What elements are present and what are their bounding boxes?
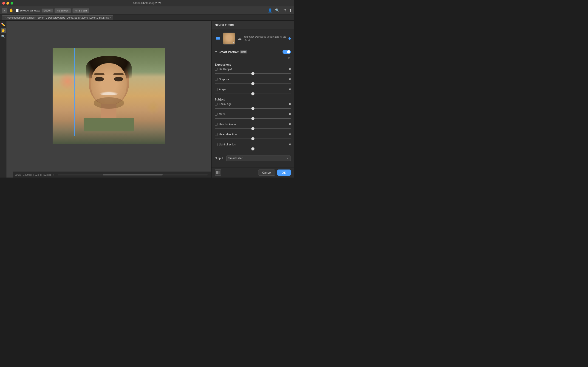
surprise-checkbox[interactable] (215, 78, 217, 81)
footer-actions: Cancel OK (258, 169, 291, 176)
reset-button-area: ↺ (212, 56, 294, 61)
gaze-checkbox[interactable] (215, 113, 217, 116)
svg-rect-4 (218, 171, 220, 174)
tab-close-icon[interactable]: × (4, 17, 6, 19)
search-icon-button[interactable]: 🔍 (275, 8, 280, 13)
control-facial-age: Facial age 0 (215, 102, 291, 110)
control-head-direction: Head direction 0 (215, 133, 291, 141)
neural-filters-panel: Neural Filters ▼ ☁ (211, 21, 294, 177)
smart-portrait-toggle[interactable] (283, 50, 291, 54)
facial-age-slider[interactable] (215, 107, 291, 110)
window-controls (2, 2, 13, 5)
svg-rect-0 (216, 37, 220, 38)
document-tab[interactable]: × /content/dam/ccfirstmile/PHSP/en_US/as… (2, 15, 113, 20)
zoom-tool[interactable]: 🔍 (1, 34, 6, 39)
canvas-area[interactable]: 200% 1390 px x 928 px (72 ppi) › (6, 21, 211, 177)
ok-button[interactable]: OK (277, 169, 291, 176)
scrollbar-thumb[interactable] (103, 174, 163, 175)
reset-icon[interactable]: ↺ (288, 56, 291, 60)
neural-panel-body[interactable]: ▼ ☁ This filter processes image data in … (212, 29, 294, 167)
filter-list-icon[interactable] (215, 35, 221, 42)
filter-chevron-icon: ▼ (232, 42, 234, 44)
scroll-all-windows-checkbox[interactable] (16, 9, 19, 12)
status-bar: 200% 1390 px x 928 px (72 ppi) › (13, 172, 211, 177)
output-select[interactable]: Smart Filter New Layer Current Layer (226, 156, 291, 161)
paint-brush-tool[interactable]: ✏️ (1, 22, 6, 27)
main-area: ✏️ ✋ 🔍 (0, 21, 294, 177)
scroll-all-windows-label[interactable]: Scroll All Windows (16, 9, 40, 12)
back-button[interactable]: ‹ (2, 8, 7, 13)
cloud-icon: ☁ (237, 35, 242, 42)
horizontal-scrollbar[interactable] (58, 174, 208, 175)
filter-controls: Expressions Be Happy! 0 (212, 63, 294, 151)
gaze-slider[interactable] (215, 117, 291, 120)
control-hair-thickness: Hair thickness 0 (215, 123, 291, 131)
compare-icon-button[interactable] (215, 169, 221, 176)
smart-portrait-section-header[interactable]: ▼ Smart Portrait Beta (212, 48, 294, 56)
dimensions: 1390 px x 928 px (72 ppi) (23, 173, 52, 176)
zoom-input[interactable] (42, 8, 53, 13)
facial-age-checkbox[interactable] (215, 103, 217, 106)
cancel-button[interactable]: Cancel (258, 169, 275, 176)
control-anger: Anger 0 (215, 88, 291, 96)
control-be-happy: Be Happy! 0 (215, 68, 291, 75)
toolbar: ‹ ✋ Scroll All Windows Fit Screen Fill S… (0, 6, 294, 15)
hand-tool-button[interactable]: ✋ (9, 8, 14, 13)
output-row: Output Smart Filter New Layer Current La… (212, 153, 294, 163)
title-bar: Adobe Photoshop 2021 (0, 0, 294, 6)
status-arrow[interactable]: › (53, 173, 54, 176)
anger-checkbox[interactable] (215, 88, 217, 91)
anger-slider[interactable] (215, 92, 291, 96)
be-happy-checkbox[interactable] (215, 68, 217, 71)
control-surprise: Surprise 0 (215, 78, 291, 85)
user-icon-button[interactable]: 👤 (267, 8, 273, 13)
expressions-label: Expressions (215, 63, 291, 66)
minimize-button[interactable] (6, 2, 9, 5)
svg-rect-3 (216, 171, 218, 174)
be-happy-slider[interactable] (215, 72, 291, 75)
maximize-button[interactable] (10, 2, 13, 5)
section-chevron-icon: ▼ (215, 50, 217, 53)
neural-panel-header: Neural Filters (212, 21, 294, 29)
fit-screen-button[interactable]: Fit Screen (54, 8, 71, 13)
app-title: Adobe Photoshop 2021 (132, 2, 161, 5)
control-gaze: Gaze 0 (215, 113, 291, 120)
control-light-direction: Light direction 0 (215, 143, 291, 151)
zoom-level: 200% (15, 173, 21, 176)
panel-footer: Cancel OK (212, 167, 294, 177)
subject-label: Subject (215, 98, 291, 101)
tab-path: /content/dam/ccfirstmile/PHSP/en_US/asse… (7, 16, 111, 19)
tab-bar: × /content/dam/ccfirstmile/PHSP/en_US/as… (0, 15, 294, 21)
svg-rect-2 (216, 40, 220, 40)
layout-icon-button[interactable]: ⬚ (282, 8, 286, 13)
output-select-container[interactable]: Smart Filter New Layer Current Layer ▼ (226, 156, 291, 161)
filter-selector-row: ▼ ☁ This filter processes image data in … (212, 31, 294, 46)
fill-screen-button[interactable]: Fill Screen (72, 8, 89, 13)
filter-active-dot (288, 37, 291, 40)
hand-tool[interactable]: ✋ (1, 28, 6, 33)
divider (215, 47, 291, 47)
toolbar-right-icons: 👤 🔍 ⬚ ⬆ (267, 8, 292, 13)
left-tools-panel: ✏️ ✋ 🔍 (0, 21, 6, 177)
light-direction-checkbox[interactable] (215, 143, 217, 146)
surprise-slider[interactable] (215, 82, 291, 85)
hair-thickness-checkbox[interactable] (215, 123, 217, 126)
close-button[interactable] (2, 2, 5, 5)
head-direction-slider[interactable] (215, 137, 291, 141)
svg-rect-1 (216, 38, 220, 39)
filter-thumbnail[interactable]: ▼ (223, 33, 235, 44)
hair-thickness-slider[interactable] (215, 127, 291, 131)
share-icon-button[interactable]: ⬆ (288, 8, 292, 13)
head-direction-checkbox[interactable] (215, 133, 217, 136)
light-direction-slider[interactable] (215, 147, 291, 151)
